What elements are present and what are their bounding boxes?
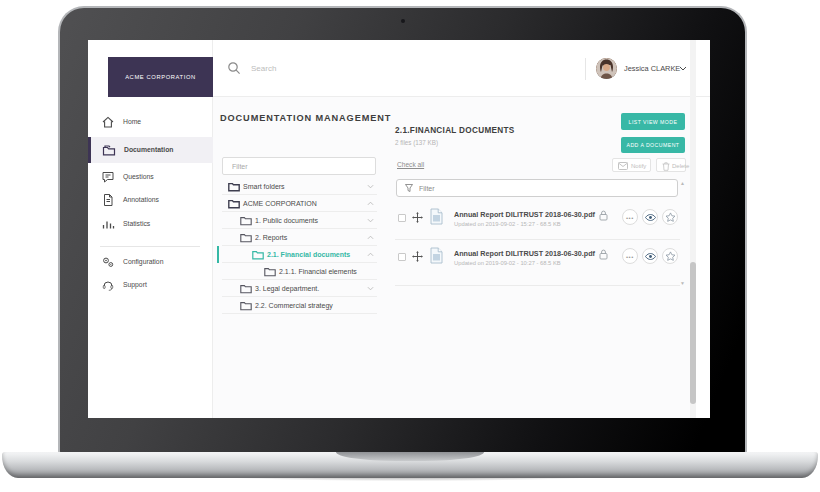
scroll-up-arrow[interactable]: ▲ [680, 180, 685, 186]
lock-icon [599, 249, 608, 260]
chevron-up-icon[interactable] [367, 252, 374, 257]
folder-icon [228, 182, 240, 192]
avatar[interactable] [596, 58, 617, 79]
favorite-button[interactable] [662, 248, 678, 264]
file-name[interactable]: Annual Report DILITRUST 2018-06-30.pdf [454, 210, 595, 219]
tree-item-smart-folders[interactable]: Smart folders [222, 178, 377, 195]
tree-item-legal-department[interactable]: 3. Legal department. [222, 280, 377, 297]
chevron-up-icon[interactable] [367, 235, 374, 240]
file-checkbox[interactable] [398, 214, 406, 222]
pdf-file-icon [430, 247, 443, 264]
sidebar-item-label: Home [123, 118, 141, 125]
tree-item-commercial-strategy[interactable]: 2.2. Commercial strategy [222, 297, 377, 314]
tree-item-label: ACME CORPORATION [243, 200, 317, 207]
headset-icon [101, 278, 115, 292]
folder-icon [240, 216, 252, 226]
scrollbar-thumb[interactable] [690, 262, 696, 404]
preview-button[interactable] [642, 248, 658, 264]
tree-item-public-documents[interactable]: 1. Public documents [222, 212, 377, 229]
trash-icon [662, 162, 670, 171]
chevron-down-icon[interactable] [367, 218, 374, 223]
folder-icon [240, 301, 252, 311]
sidebar-item-label: Configuration [123, 258, 163, 265]
documentation-icon [102, 143, 116, 157]
sidebar-item-questions[interactable]: Questions [88, 167, 213, 187]
home-icon [101, 115, 115, 129]
chevron-up-icon[interactable] [367, 201, 374, 206]
sidebar-item-label: Annotations [123, 196, 159, 203]
page: ACME CORPORATION Home Documentation Ques… [0, 0, 820, 492]
panel-title: 2.1.FINANCIAL DOCUMENTS [395, 126, 515, 135]
sidebar-item-configuration[interactable]: Configuration [88, 252, 213, 272]
folder-icon [240, 233, 252, 243]
delete-button[interactable]: Delete [656, 158, 686, 172]
move-handle-icon[interactable] [412, 212, 423, 223]
annotations-icon [101, 193, 115, 207]
notify-label: Notify [631, 163, 646, 169]
search-input[interactable] [251, 60, 411, 76]
file-filter-input[interactable] [396, 179, 678, 197]
tree-item-label: 2.2. Commercial strategy [255, 302, 333, 309]
tree-item-label: 3. Legal department. [255, 285, 319, 292]
preview-button[interactable] [642, 209, 658, 225]
folder-icon [252, 250, 264, 260]
scroll-down-arrow[interactable]: ▼ [680, 280, 685, 286]
panel-subtitle: 2 files (137 KB) [395, 139, 438, 146]
sidebar-item-label: Support [123, 281, 147, 288]
filter-funnel-icon [405, 184, 413, 192]
tree-item-financial-documents[interactable]: 2.1. Financial documents [222, 246, 377, 263]
notify-button[interactable]: Notify [612, 158, 651, 172]
more-options-button[interactable]: ••• [622, 209, 638, 225]
file-meta: Updated on 2019-09-02 - 10:27 - 68.5 KB [454, 260, 561, 266]
check-all-link[interactable]: Check all [397, 161, 424, 168]
eye-icon [645, 253, 656, 260]
sidebar: ACME CORPORATION Home Documentation Ques… [88, 40, 213, 418]
sidebar-item-label: Statistics [123, 220, 150, 227]
tree-item-financial-elements[interactable]: 2.1.1. Financial elements [222, 263, 377, 280]
user-name[interactable]: Jessica CLARKE [624, 64, 680, 73]
ellipsis-icon: ••• [626, 215, 634, 221]
search-icon [227, 61, 241, 75]
sidebar-item-statistics[interactable]: Statistics [88, 214, 213, 234]
topbar: Jessica CLARKE [213, 40, 710, 97]
avatar-photo [596, 58, 617, 79]
file-name[interactable]: Annual Report DILITRUST 2018-06-30.pdf [454, 249, 595, 258]
tree-item-reports[interactable]: 2. Reports [222, 229, 377, 246]
favorite-button[interactable] [662, 209, 678, 225]
app-screen: ACME CORPORATION Home Documentation Ques… [88, 40, 710, 418]
tree-item-label: 2.1.1. Financial elements [279, 268, 357, 275]
delete-label: Delete [672, 163, 689, 169]
search-area[interactable] [213, 40, 463, 97]
tree-filter-input[interactable] [222, 157, 376, 175]
move-handle-icon[interactable] [412, 251, 423, 262]
more-options-button[interactable]: ••• [622, 248, 638, 264]
questions-icon [101, 170, 115, 184]
sidebar-item-home[interactable]: Home [88, 112, 213, 132]
sidebar-item-annotations[interactable]: Annotations [88, 190, 213, 210]
pdf-file-icon [430, 208, 443, 225]
file-checkbox[interactable] [398, 253, 406, 261]
chevron-down-icon[interactable] [367, 286, 374, 291]
list-view-mode-button[interactable]: LIST VIEW MODE [621, 113, 685, 130]
sidebar-divider [100, 246, 200, 247]
gear-icon [101, 255, 115, 269]
chevron-down-icon[interactable] [367, 184, 374, 189]
sidebar-item-support[interactable]: Support [88, 275, 213, 295]
folder-icon [240, 284, 252, 294]
sidebar-item-documentation[interactable]: Documentation [88, 137, 213, 163]
star-icon [665, 212, 676, 223]
tree-item-acme-corporation[interactable]: ACME CORPORATION [222, 195, 377, 212]
tree-item-label: Smart folders [243, 183, 285, 190]
lock-icon [599, 210, 608, 221]
sidebar-item-label: Documentation [124, 146, 173, 153]
tree-item-label: 2. Reports [255, 234, 287, 241]
file-row[interactable]: Annual Report DILITRUST 2018-06-30.pdf U… [395, 201, 680, 240]
chevron-down-icon[interactable] [679, 66, 687, 71]
scrollbar-track[interactable] [690, 40, 696, 418]
ellipsis-icon: ••• [626, 254, 634, 260]
add-document-button[interactable]: ADD A DOCUMENT [621, 137, 685, 153]
file-meta: Updated on 2019-09-02 - 15:27 - 68.5 KB [454, 221, 561, 227]
folder-icon [228, 199, 240, 209]
eye-icon [645, 214, 656, 221]
file-row[interactable]: Annual Report DILITRUST 2018-06-30.pdf U… [395, 240, 680, 286]
